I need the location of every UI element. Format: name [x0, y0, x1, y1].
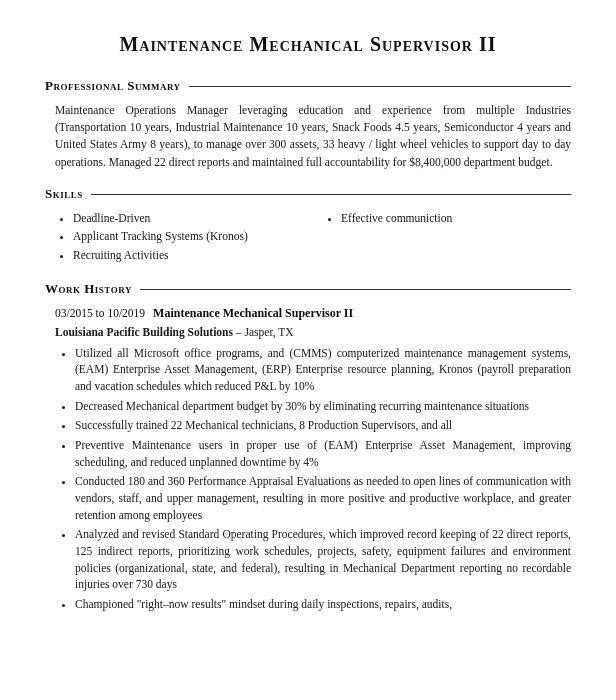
work-date-title-0: 03/2015 to 10/2019 Maintenance Mechanica… [55, 305, 571, 322]
work-bullet-item: Preventive Maintenance users in proper u… [75, 437, 571, 470]
section-title-work: Work History [45, 280, 132, 299]
skills-col-2: Effective communiction [323, 210, 571, 266]
skill-item: Recruiting Activities [73, 247, 303, 264]
work-bullets-0: Utilized all Microsoft office programs, … [55, 345, 571, 613]
resume-page: Maintenance Mechanical Supervisor II Pro… [0, 0, 616, 700]
skills-list-1: Deadline-Driven Applicant Tracking Syste… [55, 210, 303, 264]
section-title-summary: Professional Summary [45, 77, 181, 96]
section-work-history: Work History 03/2015 to 10/2019 Maintena… [45, 280, 571, 613]
work-bullet-item: Conducted 180 and 360 Performance Apprai… [75, 473, 571, 523]
resume-title: Maintenance Mechanical Supervisor II [45, 30, 571, 59]
section-divider-summary [189, 86, 571, 87]
skill-item: Effective communiction [341, 210, 571, 227]
section-header-work: Work History [45, 280, 571, 299]
section-divider-skills [91, 194, 571, 195]
section-header-skills: Skills [45, 185, 571, 204]
section-title-skills: Skills [45, 185, 83, 204]
section-divider-work [140, 289, 571, 290]
work-bullet-item: Analyzed and revised Standard Operating … [75, 526, 571, 593]
section-professional-summary: Professional Summary Maintenance Operati… [45, 77, 571, 171]
work-bullet-item: Championed "right–now results" mindset d… [75, 596, 571, 613]
work-bullet-item: Decreased Mechanical department budget b… [75, 398, 571, 415]
skills-list-2: Effective communiction [323, 210, 571, 227]
work-entry-0: 03/2015 to 10/2019 Maintenance Mechanica… [55, 305, 571, 613]
summary-text: Maintenance Operations Manager leveragin… [55, 102, 571, 171]
skills-col-1: Deadline-Driven Applicant Tracking Syste… [55, 210, 303, 266]
work-bullet-item: Utilized all Microsoft office programs, … [75, 345, 571, 395]
work-dates-0: 03/2015 to 10/2019 [55, 305, 145, 322]
work-bullet-item: Successfully trained 22 Mechanical techn… [75, 417, 571, 434]
skills-columns: Deadline-Driven Applicant Tracking Syste… [55, 210, 571, 266]
summary-content: Maintenance Operations Manager leveragin… [45, 102, 571, 171]
work-content: 03/2015 to 10/2019 Maintenance Mechanica… [45, 305, 571, 613]
section-skills: Skills Deadline-Driven Applicant Trackin… [45, 185, 571, 266]
section-header-summary: Professional Summary [45, 77, 571, 96]
work-job-title-0: Maintenance Mechanical Supervisor II [153, 305, 353, 322]
skill-item: Deadline-Driven [73, 210, 303, 227]
skills-content: Deadline-Driven Applicant Tracking Syste… [45, 210, 571, 266]
work-location-0: Jasper, TX [244, 326, 293, 338]
work-company-line-0: Louisiana Pacific Building Solutions – J… [55, 324, 571, 341]
skill-item: Applicant Tracking Systems (Kronos) [73, 228, 303, 245]
work-company-name-0: Louisiana Pacific Building Solutions [55, 326, 233, 338]
